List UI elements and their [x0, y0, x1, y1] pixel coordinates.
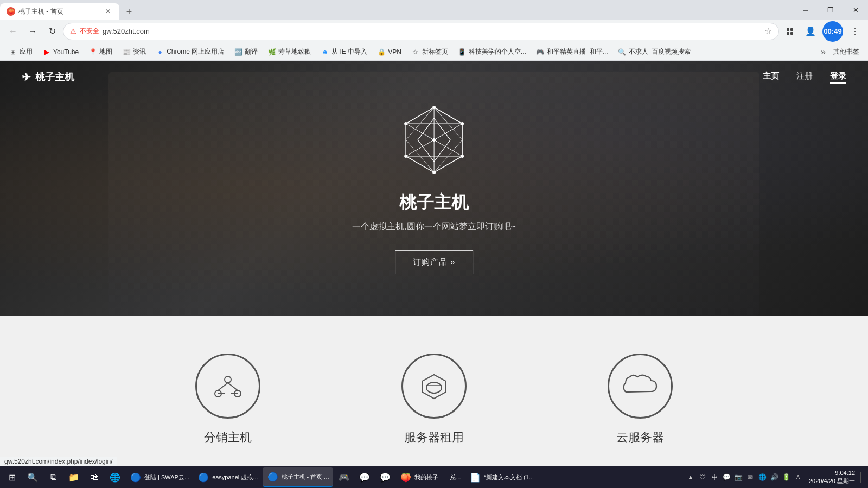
bookmark-chrome-store[interactable]: ● Chrome 网上应用店	[151, 46, 228, 58]
chrome-current-button[interactable]: 🔵 桃子主机 - 首页 ...	[263, 467, 333, 487]
start-button[interactable]: ⊞	[2, 467, 22, 487]
site-logo: ✈ 桃子主机	[22, 70, 74, 84]
tray-msg-icon[interactable]: ✉	[745, 472, 756, 483]
translate-icon: 🔤	[234, 48, 242, 56]
server-icon-wrap	[401, 354, 467, 419]
chrome-store-icon: ●	[156, 48, 164, 56]
tab-title: 桃子主机 - 首页	[18, 7, 63, 16]
bookmark-buqiuren[interactable]: 🔍 不求人_百度视频搜索	[614, 46, 695, 58]
forward-button[interactable]: →	[24, 23, 41, 40]
bookmark-fangcao[interactable]: 🌿 芳草地致歉	[263, 46, 315, 58]
bookmark-translate-label: 翻译	[245, 47, 258, 56]
task-view-icon: ⧉	[47, 471, 60, 484]
store-button[interactable]: 🛍	[85, 467, 104, 487]
bookmark-news-label: 资讯	[133, 47, 146, 56]
bookmark-youtube-label: YouTube	[53, 48, 79, 56]
bookmark-vpn-label: VPN	[388, 48, 401, 56]
tray-battery-icon[interactable]: 🔋	[781, 472, 792, 483]
tray-antivirus-icon[interactable]: 🛡	[697, 472, 708, 483]
other-bookmarks-label: 其他书签	[833, 47, 859, 56]
svg-point-17	[461, 155, 464, 158]
svg-point-22	[225, 376, 231, 383]
menu-button[interactable]: ⋮	[846, 23, 864, 40]
bookmark-ie-import[interactable]: e 从 IE 中导入	[316, 46, 372, 58]
skype-icon: 💬	[358, 471, 371, 484]
extensions-button[interactable]	[781, 23, 799, 40]
svg-rect-3	[790, 32, 793, 35]
svg-point-18	[432, 171, 436, 174]
youtube-icon: ▶	[42, 48, 51, 56]
newtab-icon: ☆	[411, 48, 420, 56]
status-bar: gw.520zht.com/index.php/index/login/	[0, 457, 117, 466]
tab-favicon: 🍑	[7, 7, 15, 16]
wechat-button[interactable]: 💬	[375, 467, 395, 487]
bookmark-ie-label: 从 IE 中导入	[331, 47, 367, 56]
tray-input-icon[interactable]: A	[793, 472, 803, 483]
search-button[interactable]: 🔍	[23, 467, 42, 487]
file-explorer-button[interactable]: 📁	[64, 467, 84, 487]
task-view-button[interactable]: ⧉	[43, 467, 63, 487]
address-bar[interactable]: ⚠ 不安全 gw.520zht.com ☆	[63, 23, 779, 40]
apps-icon: ⊞	[9, 48, 17, 56]
tray-network-icon[interactable]: 🌐	[757, 472, 768, 483]
skype-button[interactable]: 💬	[355, 467, 374, 487]
cloud-icon	[621, 373, 659, 400]
close-button[interactable]: ✕	[843, 0, 868, 20]
chrome-current-icon: 🔵	[266, 470, 279, 483]
tray-sound-icon[interactable]: 🔊	[769, 472, 780, 483]
tray-expand-icon[interactable]: ▲	[685, 472, 696, 483]
bookmark-apps[interactable]: ⊞ 应用	[4, 46, 37, 58]
service-reseller: 分销主机	[125, 343, 331, 457]
edge-button[interactable]: 🌐	[105, 467, 125, 487]
tab-bar: 🍑 桃子主机 - 首页 ✕ +	[0, 0, 137, 20]
refresh-button[interactable]: ↻	[43, 23, 61, 40]
news-icon: 📰	[122, 48, 131, 56]
bookmark-star-button[interactable]: ☆	[764, 26, 772, 36]
maximize-button[interactable]: ❐	[818, 0, 843, 20]
chrome-easy-label: easypanel 虚拟...	[212, 473, 258, 481]
bookmark-maps[interactable]: 📍 地图	[84, 46, 117, 58]
bookmark-newtab[interactable]: ☆ 新标签页	[407, 46, 452, 58]
show-desktop-button[interactable]	[860, 472, 864, 483]
bookmark-keji[interactable]: 📱 科技美学的个人空...	[454, 46, 531, 58]
svg-point-16	[461, 122, 464, 125]
bookmark-other[interactable]: 其他书签	[829, 46, 864, 58]
bookmark-youtube[interactable]: ▶ YouTube	[38, 46, 83, 58]
system-clock[interactable]: 9:04:12 2020/4/20 星期一	[806, 469, 858, 486]
svg-point-20	[404, 122, 407, 125]
nav-login-link[interactable]: 登录	[830, 71, 846, 84]
reseller-label: 分销主机	[204, 429, 252, 446]
bookmark-vpn[interactable]: 🔒 VPN	[373, 46, 406, 58]
peach-button[interactable]: 🍑 我的桃子——总...	[396, 467, 464, 487]
bookmark-heping[interactable]: 🎮 和平精英直播_和平...	[532, 46, 612, 58]
hero-center-content: 桃子主机 一个虚拟主机,圆你一个网站梦立即订购吧~ 订购产品 »	[352, 102, 516, 274]
tray-camera-icon[interactable]: 📷	[733, 472, 744, 483]
minimize-button[interactable]: ─	[793, 0, 818, 20]
chrome-easy-button[interactable]: 🔵 easypanel 虚拟...	[194, 467, 261, 487]
cloud-label: 云服务器	[616, 429, 664, 446]
profile-button[interactable]: 👤	[802, 23, 819, 40]
cta-button[interactable]: 订购产品 »	[395, 250, 474, 274]
notepad-button[interactable]: 📄 *新建文本文档 (1...	[465, 467, 537, 487]
tray-chat-icon[interactable]: 💬	[721, 472, 732, 483]
tab-close-button[interactable]: ✕	[103, 7, 113, 16]
nav-register-link[interactable]: 注册	[796, 71, 813, 84]
bookmarks-overflow-button[interactable]: »	[819, 45, 828, 59]
reseller-icon-wrap	[195, 354, 260, 419]
new-tab-button[interactable]: +	[122, 4, 137, 20]
bookmarks-bar: ⊞ 应用 ▶ YouTube 📍 地图 📰 资讯 ● Chrome 网上应用店 …	[0, 43, 868, 61]
chrome-swap-button[interactable]: 🔵 登陆 | SWAP云...	[126, 467, 193, 487]
hero-section: ✈ 桃子主机 主页 注册 登录	[0, 61, 868, 316]
back-button[interactable]: ←	[4, 23, 22, 40]
bookmark-newtab-label: 新标签页	[422, 47, 448, 56]
bookmark-news[interactable]: 📰 资讯	[118, 46, 150, 58]
folder-icon: 📁	[67, 471, 80, 484]
active-tab[interactable]: 🍑 桃子主机 - 首页 ✕	[0, 3, 119, 20]
game-button[interactable]: 🎮	[334, 467, 354, 487]
clock-time: 9:04:12	[809, 469, 855, 477]
tray-ime-icon[interactable]: 中	[709, 472, 720, 483]
toolbar-right: 👤 00:49 ⋮	[781, 21, 864, 42]
buqiuren-icon: 🔍	[618, 48, 627, 56]
nav-home-link[interactable]: 主页	[763, 71, 779, 84]
bookmark-translate[interactable]: 🔤 翻译	[229, 46, 262, 58]
